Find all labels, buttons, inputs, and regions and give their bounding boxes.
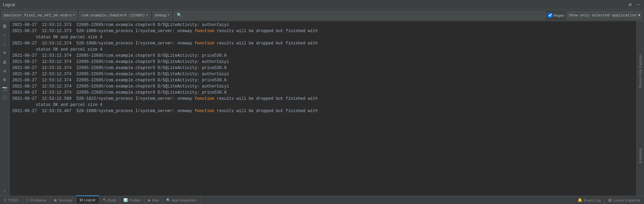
log-line: status OK and parcel size 4 [10,46,636,53]
tab-label: Run [152,198,159,202]
status-tab-logcat[interactable]: ▤Logcat [76,195,99,203]
log-line: status OK and parcel size 4 [10,34,636,40]
search-input[interactable] [184,13,542,17]
clear-button[interactable]: 🗑 [1,23,9,30]
log-line: 2021-08-27 12:53:12.374 22695-22695/com.… [10,53,636,59]
search-icon: 🔍 [177,13,182,18]
tab-label: Problems [31,198,47,202]
expand-button[interactable]: › [1,187,9,194]
settings-button[interactable]: ⚙ [1,76,9,83]
log-area[interactable]: 2021-08-27 12:53:12.373 22695-22695/com.… [10,21,636,196]
app-label: com.example.chapter6 (22695) [81,13,145,17]
tab-label: Profiler [129,198,141,202]
screenshot-button[interactable]: 📷 [1,85,9,92]
status-right: 🔔Event Log▦Layout Inspector [574,196,644,204]
settings-icon[interactable]: ⚙ [627,1,633,8]
log-level-label: Debug [155,13,166,17]
status-bar: ☑TODOⓘProblems▣Terminal▤Logcat🔨Build📊Pro… [0,196,644,204]
regex-checkbox[interactable] [548,13,552,17]
side-toolbar: 🗑 ↑ ↓ ≡ 🖨 ↺ ⚙ 📷 🎥 › [0,21,10,196]
show-only-dropdown[interactable]: Show only selected application ▼ [566,11,643,19]
function-keyword: function [195,41,214,46]
device-file-explorer-label[interactable]: Device File Explorer [639,54,642,88]
window-title: Logcat [3,2,15,7]
right-panel: Device File Explorer Emulator [636,21,644,196]
emulator-label[interactable]: Emulator [639,148,642,163]
device-dropdown[interactable]: Emulator Pixel_4a_API_30 Andro ▼ [1,11,77,19]
log-line: 2021-08-27 12:53:12.374 22695-22695/com.… [10,59,636,65]
tab-label: TODO [8,198,19,202]
log-line: 2021-08-27 12:53:12.374 22695-22695/com.… [10,77,636,83]
soft-wrap-button[interactable]: ≡ [1,49,9,57]
status-tab-app-inspection[interactable]: 🔍App Inspection [163,196,200,204]
function-keyword: function [195,109,214,113]
status-tabs: ☑TODOⓘProblems▣Terminal▤Logcat🔨Build📊Pro… [0,196,200,204]
log-line: 2021-08-27 12:53:12.373 22695-22695/com.… [10,22,636,28]
tab-label: Terminal [58,198,73,202]
scroll-down-button[interactable]: ↓ [1,40,9,48]
function-keyword: function [195,29,214,33]
tab-icon: 🔨 [103,198,107,202]
main-area: 🗑 ↑ ↓ ≡ 🖨 ↺ ⚙ 📷 🎥 › 2021-08-27 12:53:12.… [0,21,644,196]
status-tab-run[interactable]: ▶Run [145,196,163,204]
log-line: 2021-08-27 12:53:15.467 520-1800/system_… [10,108,636,114]
log-line: 2021-08-27 12:53:12.509 520-1822/system_… [10,96,636,102]
tab-label: App Inspection [172,198,197,202]
status-tab-todo[interactable]: ☑TODO [0,196,23,204]
app-dropdown[interactable]: com.example.chapter6 (22695) ▼ [79,11,150,19]
device-label: Emulator Pixel_4a_API_30 Andro [4,13,71,17]
regex-label: Regex [548,13,565,17]
print-button[interactable]: 🖨 [1,58,9,66]
log-line: 2021-08-27 12:53:12.374 520-1800/system_… [10,40,636,46]
tab-icon: 🔍 [166,198,170,202]
tab-label: Build [108,198,116,202]
right-item-label: Layout Inspector [613,198,641,202]
log-line: 2021-08-27 12:53:12.373 520-1800/system_… [10,28,636,34]
tab-icon: ▶ [148,198,151,202]
record-button[interactable]: 🎥 [1,94,9,101]
function-keyword: function [195,96,214,101]
app-chevron-icon: ▼ [146,14,148,17]
log-line: status OK and parcel size 4 [10,102,636,108]
tab-icon: 📊 [123,198,128,202]
device-chevron-icon: ▼ [73,14,75,17]
log-line: 2021-08-27 12:53:12.374 22695-22695/com.… [10,65,636,71]
restart-button[interactable]: ↺ [1,67,9,74]
right-item-label: Event Log [584,198,601,202]
title-bar: Logcat ⚙ ─ [0,0,644,10]
show-only-label: Show only selected application [569,13,636,17]
log-line: 2021-08-27 12:53:12.374 22695-22695/com.… [10,83,636,90]
status-right-event-log[interactable]: 🔔Event Log [574,196,604,204]
tab-icon: ▣ [54,198,57,202]
logcat-toolbar: Emulator Pixel_4a_API_30 Andro ▼ com.exa… [0,10,644,21]
status-tab-profiler[interactable]: 📊Profiler [120,196,145,204]
tab-icon: ⓘ [26,198,29,203]
status-tab-problems[interactable]: ⓘProblems [23,196,50,204]
log-line: 2021-08-27 12:53:12.374 22695-22695/com.… [10,71,636,77]
title-bar-controls: ⚙ ─ [627,1,641,8]
status-right-layout-inspector[interactable]: ▦Layout Inspector [604,196,644,204]
right-item-icon: 🔔 [578,198,582,202]
scroll-up-button[interactable]: ↑ [1,31,9,39]
minimize-icon[interactable]: ─ [636,1,641,8]
log-line: 2021-08-27 12:53:12.374 22695-22695/com.… [10,90,636,96]
log-level-chevron-icon: ▼ [168,14,169,17]
tab-icon: ▤ [80,198,83,202]
search-box[interactable]: 🔍 [174,11,546,19]
show-only-chevron-icon: ▼ [638,13,640,17]
log-level-dropdown[interactable]: Debug ▼ [153,11,172,19]
status-tab-terminal[interactable]: ▣Terminal [50,196,76,204]
tab-icon: ☑ [3,198,6,202]
status-tab-build[interactable]: 🔨Build [99,196,120,204]
tab-label: Logcat [84,198,95,202]
right-item-icon: ▦ [608,198,612,202]
